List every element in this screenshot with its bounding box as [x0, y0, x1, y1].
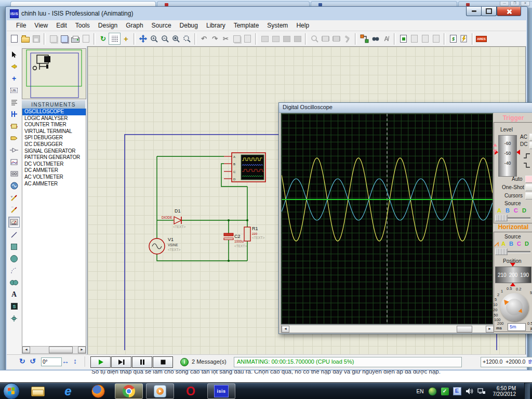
bus-icon[interactable]: [9, 109, 19, 119]
one-shot-button[interactable]: [525, 184, 532, 191]
rotation-angle-input[interactable]: [41, 357, 62, 366]
minimize-button[interactable]: [466, 7, 482, 16]
2d-symbol-icon[interactable]: S: [9, 301, 19, 311]
cut-icon[interactable]: ✂: [220, 33, 231, 44]
trigger-source-slider[interactable]: [495, 215, 530, 221]
dc-button[interactable]: [529, 142, 532, 149]
menu-source[interactable]: Source: [148, 21, 176, 30]
remove-sheet-icon[interactable]: [420, 33, 431, 44]
browser-restore-button[interactable]: ❒: [510, 1, 520, 6]
menu-help[interactable]: Help: [292, 21, 313, 30]
h-channel-b-label[interactable]: B: [509, 241, 513, 247]
close-button[interactable]: [497, 7, 521, 16]
stop-button[interactable]: [153, 356, 173, 368]
design-explorer-icon[interactable]: [398, 33, 409, 44]
device-pin-icon[interactable]: [9, 145, 19, 155]
network-tray-icon[interactable]: [477, 388, 486, 395]
cursors-button[interactable]: [525, 192, 532, 200]
menu-design[interactable]: Design: [94, 21, 122, 30]
component-d1[interactable]: D1 DIODE <TEXT>: [162, 208, 185, 229]
list-item-oscilloscope[interactable]: OSCILLOSCOPE: [22, 109, 86, 115]
channel-b-label[interactable]: B: [506, 207, 510, 214]
tape-recorder-icon[interactable]: [9, 169, 19, 179]
list-item-ac-ammeter[interactable]: AC AMMETER: [22, 181, 86, 188]
mirror-vertical-icon[interactable]: ↕: [73, 357, 77, 365]
import-section-icon[interactable]: [48, 33, 59, 44]
junction-dot-icon[interactable]: +: [9, 73, 19, 83]
scope-scroll-thumb[interactable]: [457, 326, 472, 332]
message-count[interactable]: 2 Message(s): [192, 358, 227, 365]
volume-tray-icon[interactable]: [466, 388, 473, 395]
zoom-area-icon[interactable]: [181, 33, 192, 44]
current-probe-icon[interactable]: ⌒: [9, 205, 19, 215]
browser-close-button[interactable]: ✕: [521, 1, 530, 6]
scope-scroll-right-icon[interactable]: ►: [486, 326, 494, 332]
taskbar-opera[interactable]: O: [177, 384, 204, 398]
mirror-horizontal-icon[interactable]: ↔: [62, 357, 69, 365]
undo-icon[interactable]: ↶: [198, 33, 209, 44]
generator-icon[interactable]: [9, 181, 19, 191]
block-copy-icon[interactable]: [259, 33, 270, 44]
taskbar-clock[interactable]: 6:50 PM 7/20/2012: [493, 385, 516, 397]
2d-circle-icon[interactable]: [9, 254, 19, 263]
pan-icon[interactable]: [138, 33, 149, 44]
taskbar-internet-explorer[interactable]: e: [55, 384, 82, 398]
block-delete-icon[interactable]: [292, 33, 303, 44]
goto-sheet-icon[interactable]: [431, 33, 442, 44]
browser-minimize-button[interactable]: —: [500, 1, 509, 6]
netlist-to-ares-icon[interactable]: ARES: [476, 33, 487, 44]
menu-view[interactable]: View: [30, 21, 52, 30]
show-desktop-button[interactable]: [524, 383, 530, 399]
play-button[interactable]: [90, 356, 111, 368]
bill-of-materials-icon[interactable]: $: [448, 33, 459, 44]
component-v1[interactable]: V1 VSINE <TEXT>: [149, 237, 180, 254]
position-display[interactable]: 210 200 190: [495, 267, 531, 283]
electrical-rule-check-icon[interactable]: [459, 33, 470, 44]
new-design-icon[interactable]: [9, 33, 20, 44]
instant-edit-icon[interactable]: [9, 61, 19, 71]
subcircuit-icon[interactable]: [9, 121, 19, 131]
property-assignment-icon[interactable]: A̸: [381, 33, 392, 44]
voltage-probe-icon[interactable]: v: [9, 193, 19, 203]
menu-tools[interactable]: Tools: [71, 21, 94, 30]
refresh-display-icon[interactable]: ↻: [98, 33, 109, 44]
2d-text-icon[interactable]: A: [9, 289, 19, 299]
wire-autorouter-icon[interactable]: [359, 33, 370, 44]
list-item-counter-timer[interactable]: COUNTER TIMER: [22, 122, 86, 128]
wire-label-icon[interactable]: LBL: [9, 85, 19, 95]
zoom-out-icon[interactable]: [159, 33, 170, 44]
rotate-clockwise-icon[interactable]: ↻: [19, 357, 25, 365]
component-oscilloscope[interactable]: A B C D: [224, 153, 265, 182]
scroll-thumb[interactable]: [49, 347, 73, 353]
h-channel-d-label[interactable]: D: [525, 241, 529, 247]
list-item-spi-debugger[interactable]: SPI DEBUGGER: [22, 135, 86, 141]
timebase-value[interactable]: 5m: [508, 323, 526, 331]
h-channel-a-label[interactable]: A: [501, 241, 506, 247]
design-overview[interactable]: [22, 48, 86, 99]
open-design-icon[interactable]: [20, 33, 31, 44]
horizontal-source-slider[interactable]: [495, 248, 530, 255]
graph-icon[interactable]: [9, 157, 19, 167]
zoom-in-icon[interactable]: [149, 33, 159, 44]
2d-box-icon[interactable]: [9, 242, 19, 251]
isis-titlebar[interactable]: ISIS chinh luu - ISIS Professional (Anim…: [6, 7, 527, 20]
pick-device-icon[interactable]: [309, 33, 320, 44]
start-button[interactable]: [2, 384, 21, 398]
list-item-logic-analyser[interactable]: LOGIC ANALYSER: [22, 115, 86, 122]
idm-tray-icon[interactable]: [428, 387, 437, 396]
auto-button[interactable]: [525, 176, 532, 183]
e-tray-icon[interactable]: E: [453, 387, 461, 395]
toggle-grid-icon[interactable]: [109, 33, 121, 45]
paste-icon[interactable]: [242, 33, 253, 44]
menu-system[interactable]: System: [263, 21, 292, 30]
scroll-left-icon[interactable]: ◄: [22, 347, 30, 353]
selection-pointer-icon[interactable]: [9, 49, 19, 59]
packaging-tool-icon[interactable]: [331, 33, 342, 44]
rotate-anticlockwise-icon[interactable]: ↺: [30, 357, 36, 365]
2d-arc-icon[interactable]: [9, 265, 19, 275]
list-item-virtual-terminal[interactable]: VIRTUAL TERMINAL: [22, 128, 86, 135]
terminal-icon[interactable]: [9, 133, 19, 143]
oscilloscope-titlebar[interactable]: Digital Oscilloscope: [279, 103, 532, 113]
block-rotate-icon[interactable]: [281, 33, 292, 44]
taskbar-media-player[interactable]: [146, 383, 174, 399]
